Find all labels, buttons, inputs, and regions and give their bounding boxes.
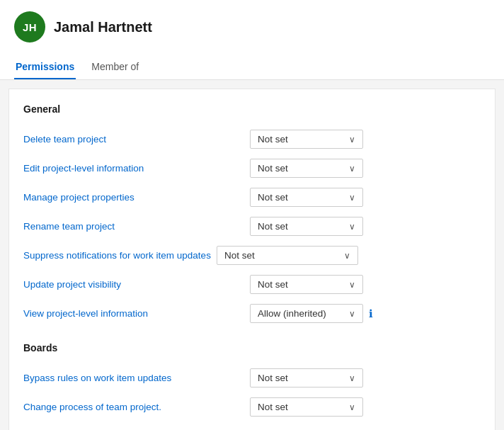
- tab-permissions[interactable]: Permissions: [14, 55, 76, 79]
- permission-label-change-process: Change process of team project.: [23, 402, 250, 412]
- permission-label-view-project-level: View project-level information: [23, 308, 250, 319]
- tabs: Permissions Member of: [14, 55, 490, 79]
- permission-select-bypass-rules[interactable]: Not set ∨: [250, 368, 363, 387]
- permission-label-rename-team-project: Rename team project: [23, 221, 250, 232]
- permission-select-change-process[interactable]: Not set ∨: [250, 397, 363, 417]
- permissions-content: General Delete team project Not set ∨ Ed…: [8, 89, 496, 430]
- chevron-icon: ∨: [349, 135, 355, 145]
- chevron-icon: ∨: [349, 402, 355, 412]
- permission-select-delete-team-project[interactable]: Not set ∨: [250, 130, 363, 149]
- chevron-icon: ∨: [344, 251, 350, 261]
- permission-label-manage-project-properties: Manage project properties: [23, 192, 250, 203]
- permission-label-suppress-notifications: Suppress notifications for work item upd…: [23, 250, 211, 261]
- permission-select-view-project-level[interactable]: Allow (inherited) ∨: [250, 304, 363, 323]
- permission-row-update-project-visibility: Update project visibility Not set ∨: [23, 270, 481, 299]
- boards-section: Boards Bypass rules on work item updates…: [23, 342, 481, 421]
- permission-row-manage-project-properties: Manage project properties Not set ∨: [23, 183, 481, 212]
- info-icon[interactable]: ℹ: [369, 307, 373, 320]
- user-name: Jamal Hartnett: [54, 19, 152, 35]
- permission-select-manage-project-properties[interactable]: Not set ∨: [250, 188, 363, 207]
- chevron-icon: ∨: [349, 193, 355, 203]
- permission-row-change-process: Change process of team project. Not set …: [23, 392, 481, 421]
- permission-row-delete-team-project: Delete team project Not set ∨: [23, 125, 481, 154]
- permission-select-update-project-visibility[interactable]: Not set ∨: [250, 275, 363, 294]
- permission-select-suppress-notifications[interactable]: Not set ∨: [217, 246, 358, 265]
- permission-select-edit-project-level[interactable]: Not set ∨: [250, 159, 363, 178]
- chevron-icon: ∨: [349, 373, 355, 383]
- chevron-icon: ∨: [349, 280, 355, 290]
- permission-select-rename-team-project[interactable]: Not set ∨: [250, 217, 363, 236]
- permission-row-view-project-level: View project-level information Allow (in…: [23, 299, 481, 328]
- permission-row-bypass-rules: Bypass rules on work item updates Not se…: [23, 363, 481, 392]
- permission-row-rename-team-project: Rename team project Not set ∨: [23, 212, 481, 241]
- permission-label-edit-project-level: Edit project-level information: [23, 163, 250, 174]
- chevron-icon: ∨: [349, 309, 355, 319]
- avatar: JH: [14, 11, 45, 43]
- chevron-icon: ∨: [349, 164, 355, 174]
- chevron-icon: ∨: [349, 222, 355, 232]
- header: JH Jamal Hartnett Permissions Member of: [0, 0, 504, 80]
- permission-row-suppress-notifications: Suppress notifications for work item upd…: [23, 241, 481, 270]
- permission-row-edit-project-level: Edit project-level information Not set ∨: [23, 154, 481, 183]
- general-section-title: General: [23, 103, 481, 115]
- user-row: JH Jamal Hartnett: [14, 11, 490, 52]
- permission-label-update-project-visibility: Update project visibility: [23, 279, 250, 290]
- tab-member-of[interactable]: Member of: [90, 55, 140, 79]
- boards-section-title: Boards: [23, 342, 481, 353]
- permission-label-bypass-rules: Bypass rules on work item updates: [23, 373, 250, 383]
- permission-label-delete-team-project: Delete team project: [23, 134, 250, 145]
